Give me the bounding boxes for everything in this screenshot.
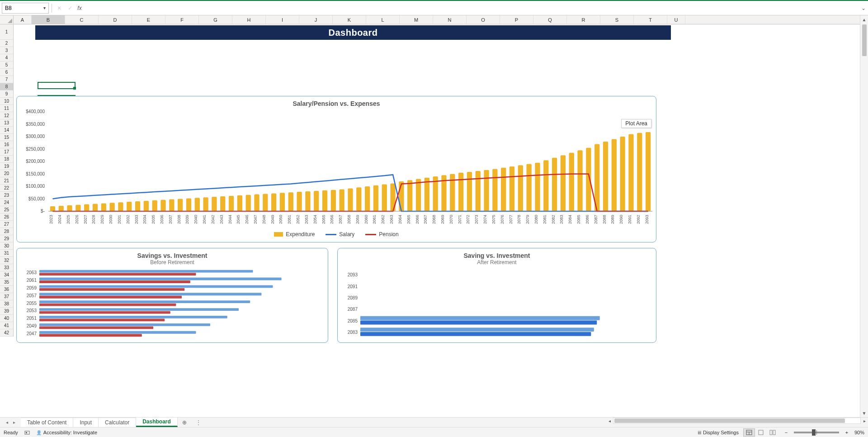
row-header-26[interactable]: 26 — [0, 214, 13, 221]
row-header-18[interactable]: 18 — [0, 156, 13, 163]
column-header-P[interactable]: P — [500, 15, 533, 24]
zoom-in-button[interactable]: + — [844, 430, 850, 435]
column-header-A[interactable]: A — [14, 15, 32, 24]
row-header-37[interactable]: 37 — [0, 293, 13, 300]
column-header-L[interactable]: L — [366, 15, 400, 24]
row-header-17[interactable]: 17 — [0, 148, 13, 156]
sheet-tab-input[interactable]: Input — [73, 418, 99, 427]
column-header-R[interactable]: R — [567, 15, 600, 24]
row-header-11[interactable]: 11 — [0, 105, 13, 112]
row-header-33[interactable]: 33 — [0, 264, 13, 271]
column-header-O[interactable]: O — [467, 15, 500, 24]
row-header-15[interactable]: 15 — [0, 134, 13, 141]
row-header-30[interactable]: 30 — [0, 242, 13, 250]
column-header-E[interactable]: E — [132, 15, 165, 24]
row-header-36[interactable]: 36 — [0, 286, 13, 293]
chart-savings-investment-after[interactable]: Saving vs. Investment After Retirement 2… — [337, 248, 656, 343]
row-header-1[interactable]: 1 — [0, 24, 13, 40]
column-header-F[interactable]: F — [165, 15, 199, 24]
hscroll-left-icon[interactable]: ◂ — [606, 418, 613, 423]
svg-text:$150,000: $150,000 — [26, 171, 45, 176]
row-header-10[interactable]: 10 — [0, 98, 13, 105]
sheet-surface[interactable]: Dashboard Salary/Pension vs. Expenses Pl… — [14, 24, 860, 417]
row-header-20[interactable]: 20 — [0, 170, 13, 177]
row-header-41[interactable]: 41 — [0, 322, 13, 329]
row-header-38[interactable]: 38 — [0, 300, 13, 308]
horizontal-scrollbar[interactable]: ◂ ▸ — [606, 418, 868, 424]
display-settings-button[interactable]: 🖥 Display Settings — [697, 430, 739, 435]
page-break-view-button[interactable] — [767, 428, 778, 437]
row-header-16[interactable]: 16 — [0, 141, 13, 148]
row-header-9[interactable]: 9 — [0, 90, 13, 98]
normal-view-button[interactable] — [743, 428, 755, 437]
scroll-up-icon[interactable]: ▲ — [860, 15, 868, 24]
column-header-T[interactable]: T — [634, 15, 667, 24]
name-box[interactable]: B8 ▾ — [2, 3, 49, 14]
row-header-34[interactable]: 34 — [0, 271, 13, 279]
fx-icon[interactable]: fx — [75, 3, 86, 14]
column-header-C[interactable]: C — [65, 15, 99, 24]
expand-formula-bar-icon[interactable]: ⌄ — [859, 5, 868, 11]
tab-nav[interactable]: ◂ ▸ — [0, 418, 21, 427]
row-header-13[interactable]: 13 — [0, 119, 13, 127]
column-header-K[interactable]: K — [333, 15, 366, 24]
column-header-U[interactable]: U — [667, 15, 685, 24]
row-header-40[interactable]: 40 — [0, 315, 13, 322]
row-header-19[interactable]: 19 — [0, 163, 13, 170]
row-header-7[interactable]: 7 — [0, 76, 13, 83]
row-header-31[interactable]: 31 — [0, 250, 13, 257]
column-header-S[interactable]: S — [600, 15, 634, 24]
row-header-5[interactable]: 5 — [0, 62, 13, 69]
row-header-39[interactable]: 39 — [0, 308, 13, 315]
vertical-scrollbar[interactable]: ▲ ▼ — [860, 15, 868, 417]
sheet-tab-calculator[interactable]: Calculator — [99, 418, 136, 427]
row-header-29[interactable]: 29 — [0, 235, 13, 242]
sheet-tab-dashboard[interactable]: Dashboard — [136, 418, 178, 427]
row-header-2[interactable]: 2 — [0, 40, 13, 47]
hscroll-thumb[interactable] — [614, 418, 845, 423]
sheet-tab-table-of-content[interactable]: Table of Content — [21, 418, 73, 427]
macro-record-icon[interactable] — [24, 430, 30, 435]
name-box-dropdown-icon[interactable]: ▾ — [43, 5, 46, 10]
column-header-Q[interactable]: Q — [533, 15, 567, 24]
column-header-N[interactable]: N — [433, 15, 467, 24]
vscroll-thumb[interactable] — [862, 24, 867, 56]
chart-savings-investment-before[interactable]: Savings vs. Investment Before Retirement… — [16, 248, 328, 343]
column-header-J[interactable]: J — [299, 15, 333, 24]
row-header-21[interactable]: 21 — [0, 177, 13, 185]
chart-salary-pension-expenses[interactable]: Salary/Pension vs. Expenses Plot Area $-… — [16, 96, 656, 242]
row-header-42[interactable]: 42 — [0, 329, 13, 337]
formula-input[interactable] — [86, 3, 859, 14]
column-header-B[interactable]: B — [32, 15, 65, 24]
column-header-M[interactable]: M — [400, 15, 433, 24]
row-header-8[interactable]: 8 — [0, 83, 13, 90]
row-header-12[interactable]: 12 — [0, 112, 13, 119]
column-header-G[interactable]: G — [199, 15, 232, 24]
row-header-28[interactable]: 28 — [0, 228, 13, 235]
row-header-27[interactable]: 27 — [0, 221, 13, 228]
zoom-slider[interactable] — [794, 432, 839, 433]
scroll-down-icon[interactable]: ▼ — [860, 409, 868, 417]
row-header-14[interactable]: 14 — [0, 127, 13, 134]
zoom-out-button[interactable]: − — [783, 430, 789, 435]
hscroll-right-icon[interactable]: ▸ — [861, 418, 868, 423]
tab-nav-prev-icon[interactable]: ▸ — [11, 420, 17, 425]
accessibility-status[interactable]: Accessibility: Investigate — [36, 430, 97, 435]
select-all-corner[interactable] — [0, 15, 14, 24]
column-header-I[interactable]: I — [266, 15, 299, 24]
row-header-3[interactable]: 3 — [0, 47, 13, 54]
column-header-D[interactable]: D — [99, 15, 132, 24]
row-header-32[interactable]: 32 — [0, 257, 13, 264]
add-sheet-button[interactable]: ⊕ — [178, 418, 191, 427]
column-header-H[interactable]: H — [232, 15, 266, 24]
row-header-35[interactable]: 35 — [0, 279, 13, 286]
tab-nav-first-icon[interactable]: ◂ — [4, 420, 10, 425]
row-header-24[interactable]: 24 — [0, 199, 13, 206]
row-header-4[interactable]: 4 — [0, 54, 13, 62]
row-header-25[interactable]: 25 — [0, 206, 13, 214]
row-header-22[interactable]: 22 — [0, 185, 13, 192]
zoom-level[interactable]: 90% — [854, 430, 864, 435]
row-header-6[interactable]: 6 — [0, 69, 13, 76]
row-header-23[interactable]: 23 — [0, 192, 13, 199]
page-layout-view-button[interactable] — [755, 428, 767, 437]
